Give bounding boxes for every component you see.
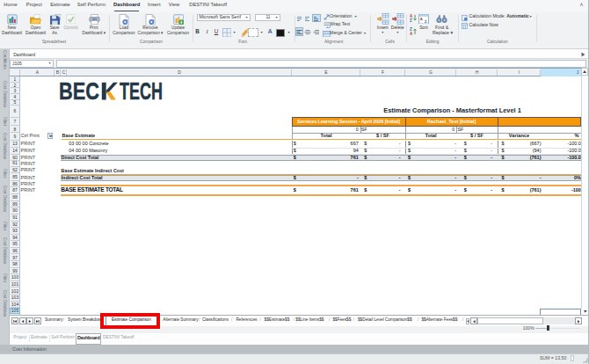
svg-text:TECH: TECH	[120, 82, 163, 100]
svg-text:Z: Z	[410, 18, 412, 22]
svg-text:BEC: BEC	[59, 82, 99, 100]
svg-text:A: A	[420, 17, 423, 21]
svg-text:A: A	[410, 32, 413, 36]
svg-text:Z: Z	[425, 19, 427, 24]
